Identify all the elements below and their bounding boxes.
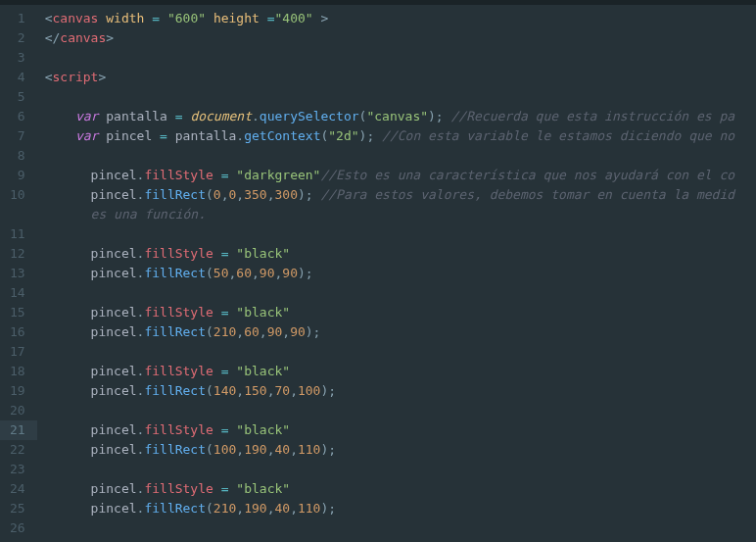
token: ); (320, 383, 336, 398)
token: "black" (236, 481, 290, 496)
line-number: 3 (0, 48, 37, 68)
token: fillStyle (144, 246, 213, 261)
code-line[interactable]: pincel.fillStyle = "black" (45, 303, 756, 322)
line-number: 23 (0, 460, 37, 479)
token: , (221, 187, 229, 202)
token: script (52, 70, 98, 84)
code-line[interactable] (45, 87, 756, 107)
code-line[interactable]: pincel.fillStyle = "black" (45, 244, 756, 264)
line-number: 5 (0, 87, 37, 107)
token: width (106, 11, 144, 25)
token: es una función. (45, 207, 206, 222)
token: ); (298, 187, 320, 202)
token: 100 (298, 383, 320, 398)
token: pincel (45, 168, 137, 182)
token: , (236, 442, 244, 457)
token: canvas (60, 30, 106, 45)
code-line[interactable]: pincel.fillRect(100,190,40,110); (45, 440, 756, 460)
code-line[interactable] (45, 224, 756, 244)
code-line[interactable] (45, 460, 756, 479)
code-line[interactable]: var pantalla = document.querySelector("c… (45, 107, 756, 126)
code-line[interactable] (45, 342, 756, 362)
token (206, 11, 213, 25)
code-line[interactable] (45, 518, 756, 538)
line-number: 10 (0, 185, 37, 205)
token: fillRect (144, 324, 206, 339)
token (213, 305, 221, 320)
token: document (190, 109, 252, 123)
line-number: 2 (0, 28, 37, 48)
code-line[interactable]: pincel.fillStyle = "darkgreen"//Esto es … (45, 166, 756, 185)
token: getContext (244, 128, 320, 143)
code-line[interactable] (45, 283, 756, 303)
token: ); (359, 128, 382, 143)
code-line[interactable]: <canvas width = "600" height ="400" > (45, 9, 756, 28)
token: "canvas" (366, 109, 428, 123)
code-line[interactable]: <script> (45, 68, 756, 87)
line-number: 7 (0, 126, 37, 146)
token: 110 (298, 501, 320, 516)
token: ); (428, 109, 450, 123)
line-number: 6 (0, 107, 37, 126)
token: = (221, 364, 229, 378)
token: , (236, 383, 244, 398)
code-line[interactable]: pincel.fillRect(210,60,90,90); (45, 322, 756, 342)
token: fillRect (144, 266, 206, 280)
token: "black" (236, 364, 290, 378)
code-line[interactable]: pincel.fillStyle = "black" (45, 362, 756, 381)
token: 90 (282, 266, 298, 280)
token: 100 (213, 442, 236, 457)
code-line[interactable]: pincel.fillRect(50,60,90,90); (45, 264, 756, 283)
code-line-wrap[interactable]: es una función. (45, 205, 756, 224)
code-line[interactable]: pincel.fillStyle = "black" (45, 420, 756, 440)
token: "black" (236, 246, 290, 261)
line-number: 4 (0, 68, 37, 87)
token: pantalla (98, 109, 174, 123)
token: ( (206, 442, 213, 457)
token: 300 (274, 187, 297, 202)
token: 140 (213, 383, 236, 398)
code-line[interactable] (45, 146, 756, 166)
code-line[interactable] (45, 401, 756, 420)
token: 190 (244, 501, 266, 516)
code-line[interactable]: pincel.fillRect(0,0,350,300); //Para est… (45, 185, 756, 205)
line-number: 26 (0, 518, 37, 538)
token: , (236, 324, 244, 339)
token: 70 (274, 383, 290, 398)
token: "600" (167, 11, 206, 25)
code-area[interactable]: <canvas width = "600" height ="400" ></c… (37, 5, 756, 542)
token: > (98, 70, 106, 84)
line-number: 21 (0, 420, 37, 440)
line-number-wrap (0, 205, 37, 224)
line-number: 15 (0, 303, 37, 322)
code-line[interactable]: var pincel = pantalla.getContext("2d"); … (45, 126, 756, 146)
token: > (106, 30, 114, 45)
token: var (75, 128, 98, 143)
token: fillStyle (144, 364, 213, 378)
code-line[interactable] (45, 48, 756, 68)
token: fillRect (144, 501, 206, 516)
token: 90 (260, 266, 275, 280)
line-number: 11 (0, 224, 37, 244)
code-line[interactable]: </script> (45, 538, 756, 542)
token: var (75, 109, 98, 123)
line-number: 9 (0, 166, 37, 185)
token: 190 (244, 442, 266, 457)
token: = (221, 305, 229, 320)
line-number-gutter: 12345678910 1112131415161718192021222324… (0, 5, 37, 542)
token: ( (206, 266, 213, 280)
code-line[interactable]: pincel.fillRect(210,190,40,110); (45, 499, 756, 518)
token: > (320, 11, 328, 25)
code-line[interactable]: pincel.fillStyle = "black" (45, 479, 756, 499)
token: = (175, 109, 183, 123)
token: 90 (290, 324, 306, 339)
token: 40 (274, 442, 290, 457)
token: 50 (213, 266, 229, 280)
code-editor[interactable]: 12345678910 1112131415161718192021222324… (0, 5, 756, 542)
line-number: 14 (0, 283, 37, 303)
code-line[interactable]: </canvas> (45, 28, 756, 48)
line-number: 19 (0, 381, 37, 401)
token (160, 11, 167, 25)
code-line[interactable]: pincel.fillRect(140,150,70,100); (45, 381, 756, 401)
token: fillRect (144, 383, 206, 398)
